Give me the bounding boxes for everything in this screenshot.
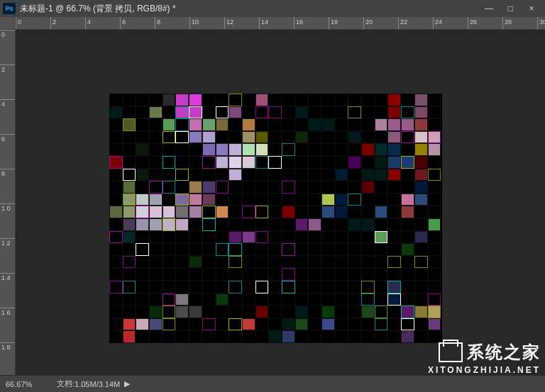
- ruler-tick: 1 0: [0, 203, 15, 238]
- ruler-tick: 1 6: [0, 308, 15, 342]
- ruler-corner[interactable]: [0, 17, 16, 30]
- ruler-tick: 6: [120, 17, 155, 29]
- vertical-ruler[interactable]: 024681 01 21 41 61 8: [0, 30, 16, 375]
- ruler-tick: 1 8: [0, 342, 15, 375]
- doc-size-menu-icon[interactable]: ▶: [124, 379, 130, 388]
- ruler-tick: 10: [189, 17, 224, 29]
- workspace: 024681012141618202224262830 024681 01 21…: [0, 17, 545, 375]
- ruler-tick: 30: [537, 17, 545, 29]
- document-canvas[interactable]: [109, 94, 442, 343]
- doc-size-label: 文档:: [57, 379, 75, 389]
- ruler-tick: 8: [155, 17, 189, 29]
- horizontal-ruler[interactable]: 024681012141618202224262830: [16, 17, 545, 30]
- ruler-tick: 26: [468, 17, 502, 29]
- ruler-tick: 6: [0, 134, 15, 169]
- ruler-tick: 2: [50, 17, 85, 29]
- zoom-level[interactable]: 66.67%: [6, 380, 48, 388]
- ruler-tick: 12: [224, 17, 259, 29]
- ruler-tick: 8: [0, 169, 15, 203]
- ruler-tick: 14: [259, 17, 294, 29]
- ruler-tick: 28: [502, 17, 537, 29]
- ruler-tick: 18: [329, 17, 363, 29]
- doc-size-value: 1.05M/3.14M: [75, 380, 120, 388]
- canvas-viewport[interactable]: [16, 30, 545, 375]
- ruler-tick: 22: [398, 17, 433, 29]
- ruler-tick: 0: [0, 30, 15, 65]
- ruler-tick: 20: [363, 17, 398, 29]
- titlebar: Ps 未标题-1 @ 66.7% (背景 拷贝, RGB/8#) * — □ ×: [0, 0, 545, 17]
- statusbar: 66.67% 文档: 1.05M/3.14M ▶: [0, 375, 545, 392]
- document-title: 未标题-1 @ 66.7% (背景 拷贝, RGB/8#) *: [20, 3, 176, 15]
- ruler-tick: 4: [85, 17, 120, 29]
- ruler-tick: 24: [433, 17, 468, 29]
- ruler-tick: 1 4: [0, 273, 15, 308]
- ruler-tick: 0: [16, 17, 50, 29]
- close-button[interactable]: ×: [521, 0, 542, 17]
- ruler-tick: 16: [294, 17, 329, 29]
- ruler-tick: 4: [0, 99, 15, 134]
- ruler-tick: 2: [0, 65, 15, 99]
- ruler-tick: 1 2: [0, 238, 15, 273]
- photoshop-icon: Ps: [3, 3, 16, 14]
- minimize-button[interactable]: —: [478, 0, 500, 17]
- maximize-button[interactable]: □: [500, 0, 521, 17]
